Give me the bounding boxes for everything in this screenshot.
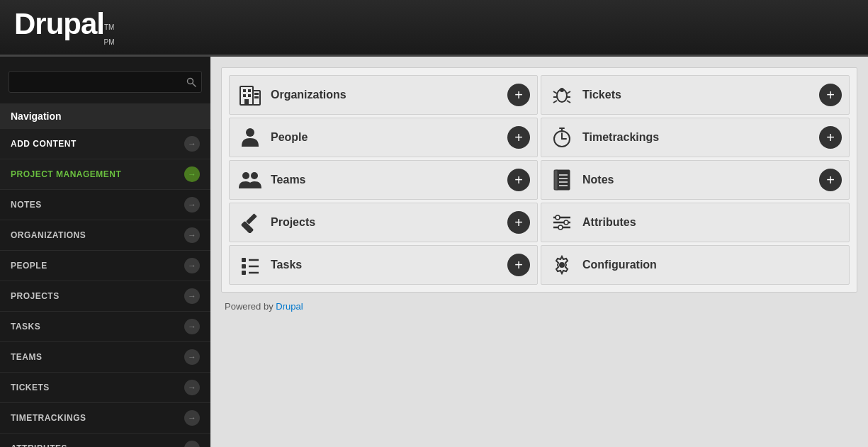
add-timetrackings-button[interactable]: + — [819, 126, 842, 149]
add-notes-button[interactable]: + — [819, 169, 842, 191]
grid-item-configuration[interactable]: Configuration — [541, 245, 850, 285]
search-box — [9, 71, 202, 93]
notebook-icon — [548, 166, 575, 193]
sidebar: Navigation ADD CONTENT → PROJECT MANAGEM… — [0, 57, 210, 447]
content-grid: Organizations + Ti — [221, 67, 857, 293]
timetrackings-label: Timetrackings — [582, 131, 812, 144]
sidebar-item-teams[interactable]: TEAMS → — [0, 342, 210, 373]
nav-item-label: TICKETS — [11, 383, 50, 392]
gear-icon — [548, 251, 575, 278]
main-layout: Navigation ADD CONTENT → PROJECT MANAGEM… — [0, 57, 868, 447]
tickets-label: Tickets — [582, 89, 812, 101]
svg-rect-6 — [248, 94, 251, 97]
notes-label: Notes — [582, 174, 812, 186]
arrow-icon: → — [184, 227, 200, 243]
configuration-label: Configuration — [582, 259, 842, 271]
grid-item-notes[interactable]: Notes + — [541, 160, 850, 200]
svg-rect-30 — [554, 170, 558, 190]
nav-item-label: TIMETRACKINGS — [11, 413, 86, 423]
svg-line-18 — [567, 91, 570, 94]
svg-line-17 — [553, 101, 557, 103]
sidebar-item-project-management[interactable]: PROJECT MANAGEMENT → — [0, 159, 210, 190]
svg-point-42 — [558, 225, 563, 230]
sidebar-item-notes[interactable]: NOTES → — [0, 190, 210, 220]
timer-icon — [548, 124, 575, 151]
drupal-link[interactable]: Drupal — [276, 301, 303, 312]
logo-tm: TM — [104, 23, 114, 30]
powered-by: Powered by Drupal — [221, 301, 857, 312]
add-tickets-button[interactable]: + — [819, 84, 842, 106]
sidebar-item-add-content[interactable]: ADD CONTENT → — [0, 129, 210, 159]
svg-rect-44 — [242, 264, 246, 268]
content-area: Organizations + Ti — [210, 57, 868, 447]
svg-rect-45 — [242, 271, 246, 275]
arrow-icon: → — [184, 319, 200, 334]
svg-rect-9 — [254, 93, 257, 95]
svg-rect-5 — [243, 94, 246, 97]
svg-point-14 — [560, 88, 564, 92]
arrow-icon: → — [184, 197, 200, 213]
teams-icon — [237, 166, 264, 193]
sidebar-item-tasks[interactable]: TASKS → — [0, 312, 210, 342]
svg-rect-12 — [257, 96, 259, 98]
sliders-icon — [548, 209, 575, 236]
arrow-icon: → — [184, 288, 200, 304]
header: DrupalTM PM — [0, 0, 868, 57]
nav-item-label: TEAMS — [11, 352, 43, 362]
sidebar-item-tickets[interactable]: TICKETS → — [0, 373, 210, 403]
grid-item-people[interactable]: People + — [229, 118, 538, 157]
nav-item-label: ATTRIBUTES — [11, 443, 67, 447]
svg-line-20 — [567, 101, 570, 103]
arrow-icon-green: → — [184, 166, 200, 182]
add-tasks-button[interactable]: + — [507, 254, 530, 276]
svg-rect-10 — [257, 93, 259, 95]
add-projects-button[interactable]: + — [507, 211, 530, 234]
projects-label: Projects — [271, 216, 500, 229]
search-input[interactable] — [9, 71, 202, 93]
arrow-icon: → — [184, 258, 200, 273]
add-people-button[interactable]: + — [507, 126, 530, 149]
nav-item-label: ADD CONTENT — [11, 139, 77, 149]
nav-item-label: NOTES — [11, 200, 42, 210]
svg-point-41 — [564, 220, 568, 225]
add-organizations-button[interactable]: + — [507, 84, 530, 106]
organizations-label: Organizations — [271, 89, 500, 101]
nav-item-label: TASKS — [11, 322, 40, 332]
building-icon — [237, 81, 264, 108]
arrow-icon: → — [184, 349, 200, 365]
svg-rect-29 — [556, 170, 570, 190]
grid-item-teams[interactable]: Teams + — [229, 160, 538, 200]
grid-item-tasks[interactable]: Tasks + — [229, 245, 538, 285]
svg-rect-43 — [242, 258, 246, 262]
svg-line-1 — [193, 83, 196, 86]
sidebar-item-projects[interactable]: PROJECTS → — [0, 281, 210, 312]
tasks-icon — [237, 251, 264, 278]
sidebar-item-attributes[interactable]: ATTRIBUTES → — [0, 434, 210, 447]
grid-item-organizations[interactable]: Organizations + — [229, 75, 538, 115]
arrow-icon: → — [184, 410, 200, 426]
arrow-icon: → — [184, 441, 200, 447]
arrow-icon: → — [184, 380, 200, 395]
svg-point-27 — [242, 172, 249, 179]
search-icon — [186, 77, 196, 87]
arrow-icon: → — [184, 136, 200, 152]
logo-text: Drupal — [14, 7, 104, 40]
person-icon — [237, 124, 264, 151]
svg-point-40 — [556, 215, 560, 220]
grid-item-attributes[interactable]: Attributes — [541, 203, 850, 242]
tasks-label: Tasks — [271, 259, 500, 271]
svg-point-28 — [251, 172, 258, 179]
search-button[interactable] — [186, 77, 196, 87]
grid-item-projects[interactable]: Projects + — [229, 203, 538, 242]
svg-point-49 — [559, 262, 565, 268]
svg-rect-7 — [244, 99, 249, 105]
svg-rect-3 — [243, 89, 246, 92]
add-teams-button[interactable]: + — [507, 169, 530, 191]
sidebar-item-timetrackings[interactable]: TIMETRACKINGS → — [0, 403, 210, 434]
grid-item-timetrackings[interactable]: Timetrackings + — [541, 118, 850, 157]
svg-point-21 — [246, 128, 254, 137]
sidebar-item-organizations[interactable]: ORGANIZATIONS → — [0, 220, 210, 251]
grid-item-tickets[interactable]: Tickets + — [541, 75, 850, 115]
sidebar-item-people[interactable]: PEOPLE → — [0, 251, 210, 281]
nav-heading: Navigation — [0, 103, 210, 129]
